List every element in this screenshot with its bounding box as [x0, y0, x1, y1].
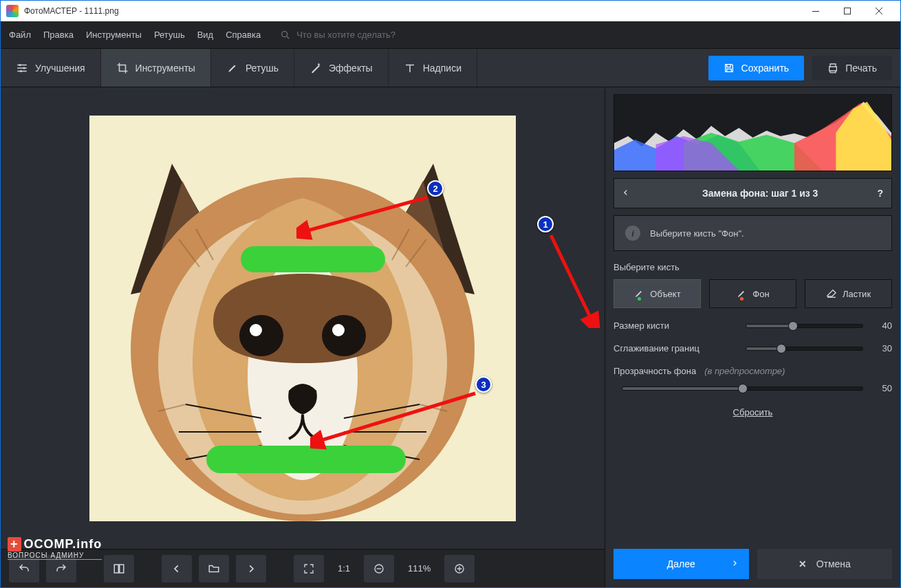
- svg-rect-17: [114, 565, 118, 573]
- folder-icon: [208, 563, 220, 575]
- print-button[interactable]: Печать: [812, 56, 892, 80]
- panel-title: Замена фона: шаг 1 из 3 ?: [614, 178, 892, 208]
- watermark-sub: ВОПРОСЫ АДМИНУ: [8, 552, 102, 560]
- next-image-button[interactable]: [236, 555, 266, 582]
- cancel-button[interactable]: ✕ Отмена: [757, 549, 893, 579]
- menu-help[interactable]: Справка: [226, 30, 261, 40]
- hint-box: i Выберите кисть "Фон".: [614, 215, 892, 251]
- search-icon: [280, 30, 291, 41]
- minimize-button[interactable]: [800, 1, 832, 21]
- wand-icon: [310, 62, 322, 74]
- save-button[interactable]: Сохранить: [708, 56, 805, 80]
- tab-label: Инструменты: [135, 63, 195, 74]
- compare-button[interactable]: [104, 555, 134, 582]
- maximize-button[interactable]: [832, 1, 863, 21]
- eraser-icon: [826, 288, 837, 299]
- sliders-icon: [16, 62, 28, 74]
- brush-icon: [226, 62, 239, 74]
- svg-rect-1: [845, 8, 851, 14]
- arrow-2: [296, 190, 434, 246]
- save-icon: [724, 63, 735, 74]
- menu-view[interactable]: Вид: [197, 30, 214, 40]
- ratio-label[interactable]: 1:1: [331, 563, 357, 574]
- browse-button[interactable]: [199, 555, 229, 582]
- chevron-right-icon: [731, 558, 738, 570]
- choose-brush-label: Выберите кисть: [614, 262, 892, 272]
- menu-tools[interactable]: Инструменты: [86, 30, 142, 40]
- chevron-left-icon: [622, 188, 629, 197]
- tab-label: Эффекты: [329, 63, 373, 74]
- badge-1: 1: [537, 216, 554, 232]
- minus-icon: [373, 563, 384, 574]
- tabbar: Улучшения Инструменты Ретушь Эффекты Над…: [1, 49, 900, 87]
- brush-size-label: Размер кисти: [614, 320, 737, 331]
- hint-text: Выберите кисть "Фон".: [650, 228, 744, 239]
- next-label: Далее: [667, 558, 695, 569]
- zoom-in-button[interactable]: [444, 555, 475, 582]
- tab-captions[interactable]: Надписи: [389, 49, 477, 87]
- bg-opacity-slider[interactable]: [622, 386, 863, 391]
- tab-effects[interactable]: Эффекты: [294, 49, 389, 87]
- svg-rect-0: [812, 11, 819, 12]
- edge-smooth-slider[interactable]: [746, 347, 863, 351]
- tab-label: Надписи: [423, 63, 462, 74]
- zoom-value: 111%: [401, 563, 437, 574]
- brush-bg-button[interactable]: Фон: [709, 279, 796, 308]
- tab-tools[interactable]: Инструменты: [101, 49, 211, 87]
- plus-icon: +: [8, 537, 21, 552]
- brush-eraser-label: Ластик: [843, 289, 871, 299]
- brush-eraser-button[interactable]: Ластик: [805, 279, 892, 308]
- window-title: ФотоМАСТЕР - 1111.png: [24, 6, 119, 16]
- side-panel: Замена фона: шаг 1 из 3 ? i Выберите кис…: [605, 87, 900, 587]
- fit-button[interactable]: [294, 555, 324, 582]
- svg-point-14: [322, 315, 366, 356]
- search-box[interactable]: Что вы хотите сделать?: [280, 30, 395, 41]
- close-button[interactable]: [863, 1, 895, 21]
- close-icon: ✕: [799, 558, 807, 569]
- zoom-out-button[interactable]: [364, 555, 394, 582]
- tab-enhance[interactable]: Улучшения: [1, 49, 101, 87]
- svg-point-15: [250, 324, 262, 336]
- svg-rect-18: [120, 565, 124, 573]
- image-canvas[interactable]: [89, 116, 516, 521]
- annotation-1: 1: [537, 216, 554, 232]
- tab-retouch[interactable]: Ретушь: [211, 49, 294, 87]
- redo-icon: [55, 563, 67, 575]
- menu-edit[interactable]: Правка: [43, 30, 74, 40]
- compare-icon: [113, 563, 125, 575]
- watermark-brand: OCOMP.info: [24, 537, 102, 552]
- brush-bg-label: Фон: [752, 289, 769, 299]
- menu-retouch[interactable]: Ретушь: [154, 30, 185, 40]
- plus-icon: [454, 563, 465, 574]
- bg-opacity-label: Прозрачность фона: [614, 366, 696, 376]
- chevron-right-icon: [246, 564, 256, 574]
- arrow-1: [544, 232, 606, 328]
- brush-object-icon: [633, 288, 644, 299]
- fit-icon: [303, 563, 314, 574]
- save-label: Сохранить: [741, 63, 790, 74]
- histogram: [614, 94, 892, 171]
- print-label: Печать: [845, 63, 877, 74]
- prev-image-button[interactable]: [162, 555, 192, 582]
- bg-opacity-value: 50: [871, 383, 892, 393]
- titlebar: ФотоМАСТЕР - 1111.png: [1, 1, 900, 21]
- tab-label: Улучшения: [35, 63, 85, 74]
- svg-point-2: [282, 31, 287, 36]
- brush-size-value: 40: [871, 320, 892, 331]
- brush-object-button[interactable]: Объект: [614, 279, 701, 308]
- menu-file[interactable]: Файл: [9, 30, 31, 40]
- arrow-3: [310, 390, 482, 452]
- object-stroke-1: [241, 246, 385, 272]
- brush-size-slider[interactable]: [746, 324, 863, 328]
- tab-label: Ретушь: [246, 63, 279, 74]
- canvas-area: 2 1 3 +OCOMP.info ВО: [1, 87, 605, 587]
- back-button[interactable]: [622, 188, 629, 199]
- app-logo-icon: [6, 5, 19, 17]
- help-button[interactable]: ?: [877, 188, 883, 199]
- svg-point-3: [19, 64, 21, 66]
- brush-bg-icon: [736, 288, 747, 299]
- reset-link[interactable]: Сбросить: [614, 407, 892, 417]
- bg-opacity-hint: (в предпросмотре): [704, 366, 785, 376]
- cancel-label: Отмена: [816, 558, 851, 569]
- next-button[interactable]: Далее: [614, 549, 749, 579]
